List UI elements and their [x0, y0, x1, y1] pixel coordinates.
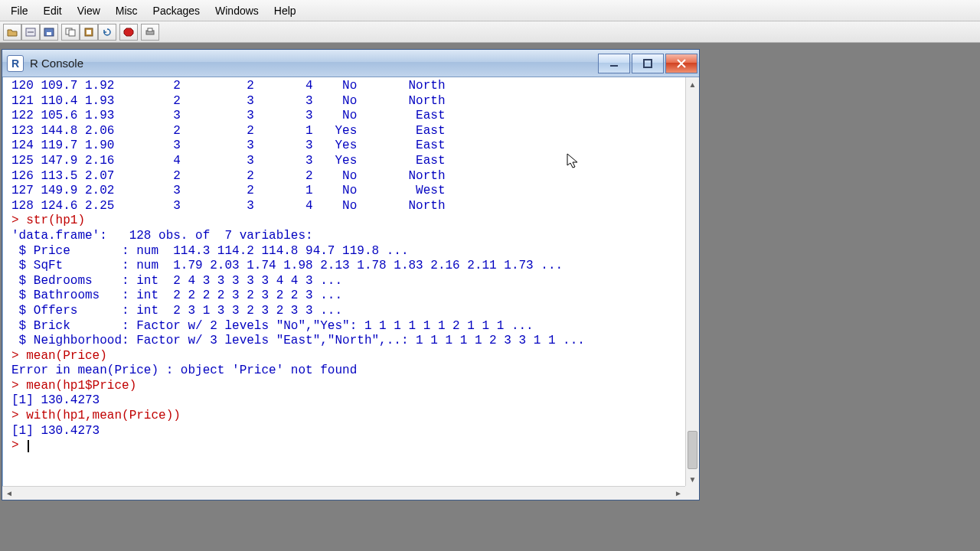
menu-help[interactable]: Help [266, 2, 304, 20]
resize-grip[interactable] [685, 486, 699, 500]
open-button[interactable] [3, 24, 21, 41]
console-output[interactable]: 120 109.7 1.92 2 2 4 No North 121 110.4 … [2, 77, 685, 486]
menu-misc[interactable]: Misc [108, 2, 145, 20]
print-button[interactable] [141, 24, 159, 41]
svg-rect-10 [610, 65, 618, 67]
window-title: R Console [30, 57, 596, 70]
stop-button[interactable] [119, 24, 138, 41]
menu-edit[interactable]: Edit [36, 2, 70, 20]
scroll-left-icon[interactable]: ◄ [2, 487, 16, 500]
menu-file[interactable]: File [3, 2, 36, 20]
svg-marker-7 [124, 28, 133, 36]
close-button[interactable] [665, 54, 697, 73]
scroll-down-icon[interactable]: ▼ [686, 472, 699, 486]
svg-rect-9 [148, 28, 152, 31]
refresh-button[interactable] [98, 24, 116, 41]
menu-view[interactable]: View [70, 2, 108, 20]
minimize-button[interactable] [598, 54, 630, 73]
menu-windows[interactable]: Windows [207, 2, 266, 20]
r-console-window: R R Console 120 109.7 1.92 2 2 4 No Nort… [2, 49, 700, 500]
menu-packages[interactable]: Packages [145, 2, 207, 20]
scroll-thumb[interactable] [688, 431, 697, 469]
svg-rect-4 [69, 30, 75, 36]
console-body: 120 109.7 1.92 2 2 4 No North 121 110.4 … [2, 77, 699, 500]
workspace: R R Console 120 109.7 1.92 2 2 4 No Nort… [0, 43, 980, 551]
svg-rect-6 [87, 30, 91, 34]
toolbar [0, 21, 980, 43]
svg-rect-2 [47, 32, 51, 35]
scroll-up-icon[interactable]: ▲ [686, 77, 699, 91]
horizontal-scrollbar[interactable]: ◄ ► [2, 486, 685, 500]
vertical-scrollbar[interactable]: ▲ ▼ [685, 77, 699, 486]
save-button[interactable] [40, 24, 58, 41]
titlebar[interactable]: R R Console [2, 50, 699, 77]
svg-rect-11 [644, 60, 652, 67]
menubar: File Edit View Misc Packages Windows Hel… [0, 0, 980, 21]
r-logo-icon: R [7, 55, 24, 72]
scroll-right-icon[interactable]: ► [671, 487, 685, 500]
copy-button[interactable] [61, 24, 80, 41]
maximize-button[interactable] [632, 54, 664, 73]
paste-button[interactable] [80, 24, 98, 41]
load-workspace-button[interactable] [21, 24, 40, 41]
